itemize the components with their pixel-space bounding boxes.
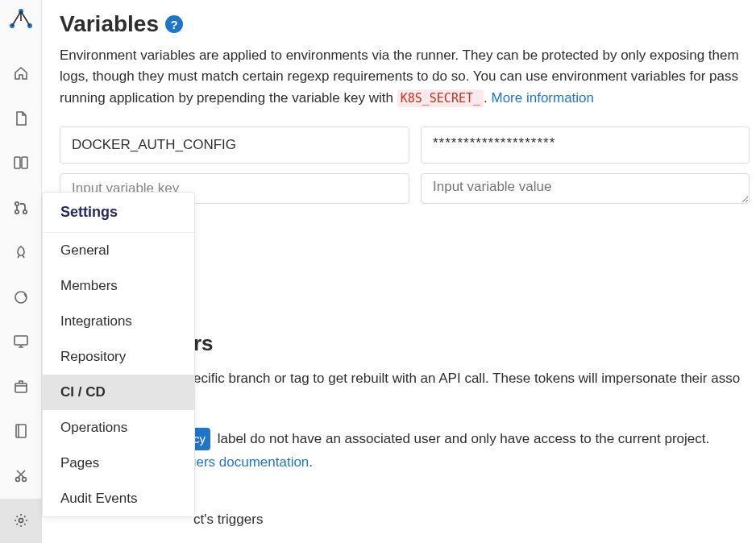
svg-rect-10 — [15, 383, 27, 392]
flyout-item-repository[interactable]: Repository — [43, 339, 194, 375]
flyout-item-general[interactable]: General — [43, 233, 194, 268]
svg-rect-3 — [15, 157, 20, 168]
home-icon[interactable] — [0, 52, 42, 96]
svg-rect-4 — [22, 157, 27, 168]
snippets-icon[interactable] — [0, 454, 42, 498]
secret-prefix-code: K8S_SECRET_ — [397, 89, 484, 107]
variable-value-masked[interactable]: ******************** — [421, 126, 750, 164]
svg-point-14 — [19, 519, 23, 523]
variable-row: ******************** — [60, 126, 756, 164]
triggers-doc-link[interactable]: gers documentation — [189, 454, 309, 470]
rocket-icon[interactable] — [0, 230, 42, 275]
svg-rect-9 — [15, 336, 27, 345]
flyout-title[interactable]: Settings — [43, 193, 194, 233]
para2-line1: label do not have an associated user and… — [214, 431, 709, 446]
merge-request-icon[interactable] — [0, 185, 42, 230]
new-variable-value-input[interactable] — [421, 173, 750, 204]
svg-point-6 — [15, 210, 18, 213]
panels-icon[interactable] — [0, 141, 42, 185]
variables-description: Environment variables are applied to env… — [60, 45, 756, 109]
flyout-item-ci-cd[interactable]: CI / CD — [43, 375, 194, 410]
monitor-icon[interactable] — [0, 320, 42, 364]
svg-point-7 — [23, 210, 26, 213]
file-icon[interactable] — [0, 96, 42, 140]
svg-point-12 — [15, 477, 19, 481]
project-logo-icon[interactable] — [6, 5, 35, 34]
variables-heading-text: Variables — [60, 11, 159, 37]
icon-sidebar — [0, 0, 42, 543]
svg-point-8 — [15, 292, 27, 303]
more-info-link[interactable]: More information — [491, 90, 594, 106]
flyout-item-members[interactable]: Members — [43, 268, 194, 304]
package-icon[interactable] — [0, 364, 42, 408]
variables-heading: Variables ? — [60, 11, 756, 37]
wiki-icon[interactable] — [0, 409, 42, 454]
svg-point-13 — [22, 477, 26, 481]
settings-flyout: Settings General Members Integrations Re… — [42, 192, 195, 517]
settings-icon[interactable] — [0, 499, 42, 543]
flyout-item-pages[interactable]: Pages — [43, 446, 194, 481]
flyout-item-operations[interactable]: Operations — [43, 410, 194, 446]
variable-key-input[interactable] — [60, 126, 409, 164]
ci-icon[interactable] — [0, 275, 42, 319]
flyout-item-integrations[interactable]: Integrations — [43, 304, 194, 339]
para2-dot: . — [309, 454, 313, 470]
svg-rect-11 — [16, 425, 26, 437]
flyout-item-audit-events[interactable]: Audit Events — [43, 481, 194, 516]
help-icon[interactable]: ? — [165, 15, 183, 33]
svg-point-5 — [15, 202, 18, 205]
